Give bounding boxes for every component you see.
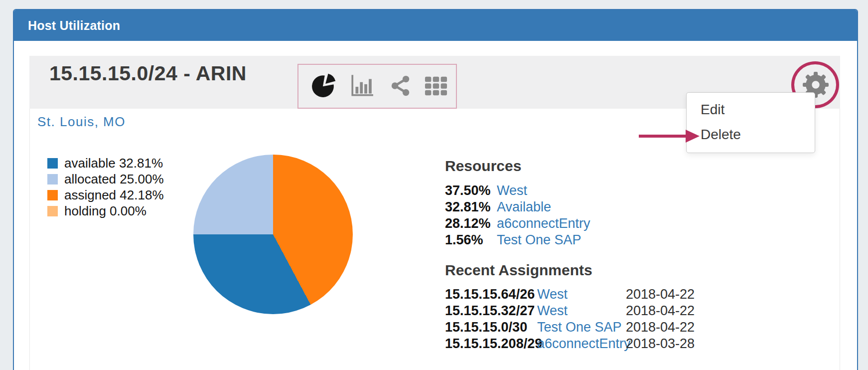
legend-swatch-assigned <box>47 190 58 200</box>
assignment-block: 15.15.15.0/30 <box>445 319 537 336</box>
assignment-row: 15.15.15.32/27West2018-04-22 <box>445 303 695 319</box>
share-icon <box>390 74 413 97</box>
legend-pct: 42.18% <box>120 187 163 202</box>
assignment-date: 2018-03-28 <box>626 336 695 351</box>
assignment-link[interactable]: Test One SAP <box>537 319 626 336</box>
assignments-heading: Recent Assignments <box>445 262 592 279</box>
assignment-block: 15.15.15.64/26 <box>445 286 537 303</box>
assignment-row: 15.15.15.208/29a6connectEntry2018-03-28 <box>445 336 695 352</box>
resource-row: 37.50%West <box>445 183 590 199</box>
legend-label: available <box>64 156 116 171</box>
legend-label: holding <box>64 203 106 218</box>
resources-list: 37.50%West 32.81%Available 28.12%a6conne… <box>445 183 590 248</box>
legend-item: holding 0.00% <box>47 203 164 219</box>
resource-pct: 32.81% <box>445 199 497 215</box>
resource-pct: 1.56% <box>445 232 497 248</box>
assignment-block: 15.15.15.208/29 <box>445 336 537 352</box>
assignment-row: 15.15.15.0/30Test One SAP2018-04-22 <box>445 319 695 336</box>
menu-item-delete[interactable]: Delete <box>687 122 815 147</box>
pie-chart-view-icon <box>311 72 336 97</box>
bar-chart-view-icon <box>348 73 376 98</box>
resource-link[interactable]: Available <box>497 199 551 215</box>
assignment-date: 2018-04-22 <box>626 320 695 335</box>
pie-chart-view-button[interactable] <box>311 72 336 97</box>
resource-row: 28.12%a6connectEntry <box>445 215 590 232</box>
card-title: 15.15.15.0/24 - ARIN <box>49 62 247 85</box>
legend-label: assigned <box>64 187 116 202</box>
bar-chart-view-button[interactable] <box>348 73 376 98</box>
resource-pct: 37.50% <box>445 183 497 199</box>
utilization-pie-chart <box>193 155 353 314</box>
assignment-block: 15.15.15.32/27 <box>445 303 537 319</box>
panel-header: Host Utilization <box>14 10 857 41</box>
legend-item: allocated 25.00% <box>47 171 164 187</box>
resource-row: 1.56%Test One SAP <box>445 232 590 248</box>
assignment-link[interactable]: West <box>537 286 626 303</box>
assignment-date: 2018-04-22 <box>626 287 695 302</box>
resource-row: 32.81%Available <box>445 199 590 215</box>
resource-pct: 28.12% <box>445 215 497 232</box>
menu-item-edit[interactable]: Edit <box>687 97 815 122</box>
legend-swatch-allocated <box>47 174 58 185</box>
legend-pct: 25.00% <box>120 172 163 186</box>
legend-swatch-holding <box>47 206 58 216</box>
screenshot-root: Host Utilization 15.15.15.0/24 - ARIN <box>0 0 868 370</box>
resource-link[interactable]: Test One SAP <box>497 232 581 248</box>
legend-pct: 0.00% <box>110 203 146 218</box>
legend-item: assigned 42.18% <box>47 187 164 203</box>
resources-heading: Resources <box>445 158 521 175</box>
assignment-link[interactable]: West <box>537 303 626 319</box>
legend-label: allocated <box>64 172 116 186</box>
resource-link[interactable]: West <box>497 183 527 199</box>
assignments-list: 15.15.15.64/26West2018-04-22 15.15.15.32… <box>445 286 695 352</box>
grid-view-button[interactable] <box>424 74 448 97</box>
legend-item: available 32.81% <box>47 155 164 171</box>
share-button[interactable] <box>390 74 413 97</box>
location-link[interactable]: St. Louis, MO <box>37 114 126 130</box>
resource-link[interactable]: a6connectEntry <box>497 215 590 232</box>
grid-view-icon <box>424 74 448 97</box>
assignment-link[interactable]: a6connectEntry <box>537 336 626 352</box>
panel-title: Host Utilization <box>28 18 120 33</box>
pie-legend: available 32.81% allocated 25.00% assign… <box>47 155 164 219</box>
legend-pct: 32.81% <box>119 156 163 171</box>
gear-dropdown-menu: Edit Delete <box>686 92 815 153</box>
legend-swatch-available <box>47 158 58 169</box>
assignment-date: 2018-04-22 <box>626 303 695 318</box>
assignment-row: 15.15.15.64/26West2018-04-22 <box>445 286 695 303</box>
